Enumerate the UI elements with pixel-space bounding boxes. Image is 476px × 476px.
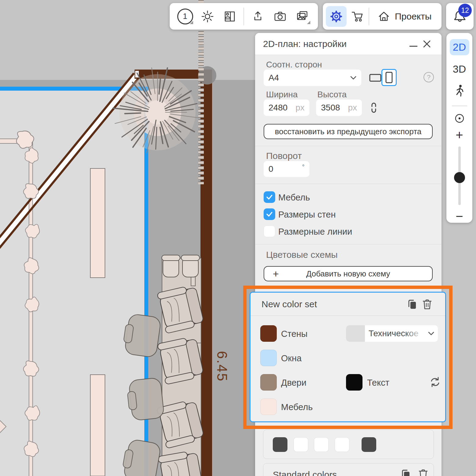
mockup-frame-icon — [223, 10, 236, 23]
plan-counter-blocks[interactable] — [90, 168, 105, 476]
close-button[interactable] — [420, 37, 434, 51]
furniture-color-swatch[interactable] — [260, 398, 277, 415]
furniture-color-label: Мебель — [281, 402, 313, 412]
cart-button[interactable] — [349, 7, 366, 26]
check-icon — [266, 211, 273, 218]
toolbar-divider — [369, 8, 369, 25]
material-dropdown[interactable]: Техническое — [346, 325, 438, 342]
rotation-input[interactable]: 0 ° — [264, 161, 309, 177]
palette-swatch[interactable] — [335, 437, 349, 452]
plan-diagonal-wall[interactable] — [0, 75, 137, 246]
chevron-down-icon — [350, 76, 356, 80]
close-icon — [423, 40, 431, 48]
trash-icon — [418, 468, 429, 476]
projects-label: Проекты — [395, 11, 431, 22]
checkbox-furniture[interactable] — [264, 191, 275, 203]
duplicate-standard-button[interactable] — [400, 468, 412, 476]
home-icon — [377, 10, 391, 23]
screenshot-camera-icon — [273, 10, 287, 23]
center-view-button[interactable] — [453, 112, 466, 124]
section-divider — [255, 244, 442, 244]
palette-swatch[interactable] — [314, 437, 329, 452]
help-button[interactable]: ? — [424, 72, 434, 82]
walk-mode-button[interactable] — [453, 84, 466, 98]
floor-selector-button[interactable]: 1 — [177, 7, 194, 26]
add-scheme-button[interactable]: + Добавить новую схему — [264, 266, 433, 281]
wall-dimension-label: 6.45 — [209, 344, 235, 389]
link-dimensions-button[interactable] — [370, 101, 378, 115]
delete-standard-button[interactable] — [418, 468, 429, 476]
palette-swatch[interactable] — [362, 437, 376, 452]
dropdown-corner-icon — [190, 21, 193, 24]
panel-title: 2D-план: настройки — [263, 39, 407, 49]
dropdown-corner-icon — [307, 21, 310, 24]
check-icon — [266, 193, 273, 201]
sidebar-divider — [452, 106, 467, 106]
plan-tree[interactable] — [113, 68, 198, 153]
color-set-name[interactable]: New color set — [261, 299, 404, 309]
color-set-card: New color set Стены — [250, 292, 446, 422]
checkbox-wall-dimensions[interactable] — [264, 208, 275, 220]
checkbox-dimension-lines[interactable] — [264, 225, 275, 237]
settings-button[interactable] — [326, 6, 347, 27]
checkbox-furniture-label: Мебель — [278, 193, 310, 203]
zoom-in-button[interactable]: + — [456, 129, 463, 142]
notifications-button[interactable]: 12 — [446, 3, 474, 30]
duplicate-icon — [400, 468, 412, 476]
screenshot-button[interactable] — [272, 7, 289, 26]
standard-colors-card: Standard colors — [263, 463, 434, 476]
walls-color-label: Стены — [281, 329, 308, 339]
mockup-frame-button[interactable] — [221, 7, 238, 26]
tab-2d-view[interactable]: 2D — [450, 39, 469, 55]
main-toolbar: 1 — [170, 3, 318, 30]
export-button[interactable] — [249, 7, 266, 26]
notification-badge: 12 — [458, 4, 472, 17]
doors-color-label: Двери — [281, 378, 306, 388]
tab-3d-view[interactable]: 3D — [453, 63, 466, 75]
degree-unit: ° — [302, 164, 305, 171]
panel-header: 2D-план: настройки — [255, 33, 442, 55]
text-color-label: Текст — [367, 378, 389, 388]
delete-set-button[interactable] — [420, 298, 434, 310]
zoom-out-button[interactable]: − — [456, 210, 463, 223]
width-input[interactable]: 2480 px — [264, 99, 309, 116]
text-color-swatch[interactable] — [346, 374, 362, 391]
export-upload-icon — [251, 10, 265, 23]
rotation-label: Поворот — [266, 151, 302, 161]
toolbar-divider — [243, 8, 244, 25]
color-set-header: New color set — [251, 293, 445, 316]
section-divider — [255, 146, 442, 146]
duplicate-set-button[interactable] — [404, 298, 420, 310]
height-input[interactable]: 3508 px — [316, 99, 362, 116]
section-divider — [255, 184, 442, 184]
walls-color-swatch[interactable] — [260, 325, 277, 342]
material-color-chip — [346, 325, 365, 342]
height-label: Высота — [317, 90, 347, 99]
brightness-button[interactable] — [199, 7, 216, 26]
reset-colors-button[interactable] — [429, 376, 442, 388]
orientation-landscape-button[interactable] — [369, 73, 382, 82]
aspect-select[interactable]: A4 — [264, 70, 361, 86]
floor-plan-canvas[interactable] — [0, 0, 255, 476]
checkbox-dimension-lines-label: Размерные линии — [278, 227, 352, 237]
checkbox-wall-dimensions-label: Размеры стен — [278, 210, 336, 220]
palette-swatch[interactable] — [273, 437, 287, 452]
doors-color-swatch[interactable] — [260, 374, 277, 391]
zoom-slider[interactable] — [458, 146, 461, 205]
refresh-sync-icon — [429, 376, 442, 388]
gallery-button[interactable] — [294, 7, 311, 26]
projects-button[interactable]: Проекты — [377, 10, 431, 23]
schemes-label: Цветовые схемы — [266, 250, 338, 260]
windows-color-swatch[interactable] — [260, 350, 277, 366]
width-label: Ширина — [266, 90, 298, 99]
actions-toolbar: Проекты — [323, 3, 442, 30]
settings-panel: 2D-план: настройки Соотн. сторон A4 ? Ши… — [255, 33, 442, 476]
orientation-portrait-button[interactable] — [381, 69, 397, 86]
text-fade — [405, 329, 424, 338]
aspect-label: Соотн. сторон — [266, 60, 322, 70]
zoom-slider-handle[interactable] — [454, 172, 465, 183]
width-unit: px — [295, 103, 305, 113]
restore-export-button[interactable]: восстановить из предыдущего экспорта — [264, 124, 433, 139]
palette-swatch[interactable] — [294, 437, 308, 452]
minimize-button[interactable] — [407, 37, 420, 51]
